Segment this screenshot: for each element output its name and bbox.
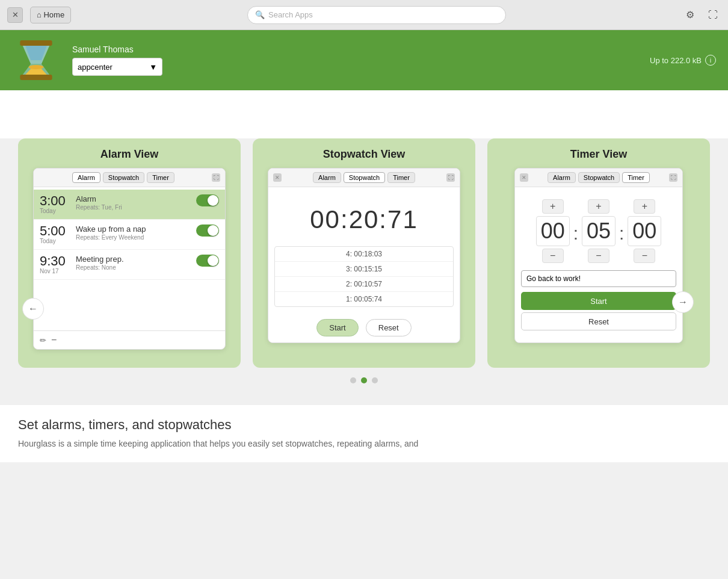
sw-tab-timer[interactable]: Timer: [387, 172, 415, 183]
close-button[interactable]: ✕: [7, 7, 23, 23]
alarm-info: Wake up from a nap Repeats: Every Weeken…: [76, 224, 190, 241]
timer-view-card: Timer View ✕ Alarm Stopwatch Timer ⛶: [487, 138, 710, 368]
svg-point-6: [29, 65, 44, 69]
timer-start-button[interactable]: Start: [521, 292, 676, 310]
dot-1[interactable]: [350, 377, 356, 383]
lap-item: 3: 00:15:15: [275, 262, 453, 277]
search-placeholder: Search Apps: [268, 10, 313, 19]
alarm-list: 3:00 Today Alarm Repeats: Tue, Fri: [34, 187, 225, 330]
alarm-repeat: Repeats: None: [76, 264, 190, 271]
alarm-time-block: 9:30 Nov 17: [40, 255, 70, 274]
lap-list: 4: 00:18:03 3: 00:15:15 2: 00:10:57 1: 0…: [274, 246, 454, 307]
stopwatch-reset-button[interactable]: Reset: [366, 319, 412, 336]
alarm-info: Alarm Repeats: Tue, Fri: [76, 194, 190, 211]
svg-rect-1: [20, 40, 52, 46]
seconds-minus-btn[interactable]: −: [634, 249, 655, 263]
alarm-tab-stopwatch[interactable]: Stopwatch: [103, 172, 144, 183]
gear-icon[interactable]: ⚙: [682, 7, 698, 23]
timer-reset-button[interactable]: Reset: [521, 312, 676, 330]
toggle-knob: [208, 195, 218, 206]
alarm-toggle[interactable]: [196, 224, 219, 237]
stopwatch-display: 00:20:71: [268, 187, 460, 246]
timer-label-input[interactable]: [521, 270, 676, 287]
alarm-name: Meeting prep.: [76, 255, 190, 264]
description-section: Set alarms, timers, and stopwatches Hour…: [0, 405, 728, 462]
minutes-minus-btn[interactable]: −: [588, 249, 609, 263]
pencil-icon[interactable]: ✏: [40, 336, 46, 345]
sw-tab-alarm[interactable]: Alarm: [313, 172, 341, 183]
alarm-tab-timer[interactable]: Timer: [147, 172, 174, 183]
expand-icon[interactable]: ⛶: [705, 7, 721, 23]
colon-2: :: [617, 223, 626, 244]
stopwatch-start-button[interactable]: Start: [316, 319, 358, 336]
stopwatch-view-card: Stopwatch View ✕ Alarm Stopwatch Timer ⛶: [253, 138, 475, 368]
stopwatch-close-btn[interactable]: ✕: [273, 173, 282, 182]
app-header: Samuel Thomas appcenter ▼ Up to 222.0 kB…: [0, 30, 728, 90]
alarm-tabs: Alarm Stopwatch Timer: [39, 172, 208, 183]
minutes-plus-btn[interactable]: +: [588, 199, 609, 214]
alarm-repeat: Repeats: Every Weekend: [76, 234, 190, 241]
dot-3[interactable]: [372, 377, 378, 383]
info-icon[interactable]: i: [705, 55, 716, 66]
toggle-knob: [208, 255, 218, 266]
stopwatch-tabs: Alarm Stopwatch Timer: [285, 172, 443, 183]
seconds-plus-btn[interactable]: +: [634, 199, 655, 214]
alarm-time-block: 5:00 Today: [40, 224, 70, 244]
alarm-tab-alarm[interactable]: Alarm: [72, 172, 100, 183]
screenshots-section: Alarm View Alarm Stopwatch Timer ⛶: [0, 138, 728, 405]
alarm-repeat: Repeats: Tue, Fri: [76, 204, 190, 211]
home-button[interactable]: ⌂ Home: [30, 7, 71, 23]
colon-1: :: [571, 223, 581, 244]
alarm-info: Meeting prep. Repeats: None: [76, 255, 190, 271]
tm-tab-alarm[interactable]: Alarm: [548, 172, 576, 183]
timer-mini-titlebar: ✕ Alarm Stopwatch Timer ⛶: [515, 169, 682, 187]
app-size-label: Up to 222.0 kB: [650, 56, 702, 65]
stopwatch-view-title: Stopwatch View: [323, 148, 406, 161]
alarm-time-block: 3:00 Today: [40, 194, 70, 214]
app-author: Samuel Thomas: [72, 45, 162, 54]
alarm-item: 5:00 Today Wake up from a nap Repeats: E…: [34, 220, 225, 250]
alarm-day: Nov 17: [40, 268, 70, 274]
timer-content: + 00 − : + 05 −: [515, 187, 682, 342]
alarm-footer: ✏ −: [34, 330, 225, 349]
nav-arrow-right[interactable]: →: [672, 291, 694, 313]
hourglass-icon: [15, 36, 57, 84]
nav-arrow-left[interactable]: ←: [22, 298, 44, 320]
tm-tab-timer[interactable]: Timer: [622, 172, 650, 183]
svg-rect-0: [20, 75, 52, 80]
timer-expand-btn[interactable]: ⛶: [669, 173, 677, 182]
minus-icon[interactable]: −: [51, 335, 57, 345]
white-strip: [0, 90, 728, 138]
hours-minus-btn[interactable]: −: [542, 249, 564, 263]
alarm-toggle[interactable]: [196, 194, 219, 206]
hours-plus-btn[interactable]: +: [542, 199, 564, 214]
timer-close-btn[interactable]: ✕: [520, 173, 528, 182]
minutes-value: 05: [582, 216, 615, 246]
alarm-view-card: Alarm View Alarm Stopwatch Timer ⛶: [18, 138, 241, 368]
description-title: Set alarms, timers, and stopwatches: [18, 417, 710, 433]
seconds-value: 00: [628, 216, 661, 246]
channel-dropdown[interactable]: appcenter ▼: [72, 58, 162, 76]
stopwatch-expand-btn[interactable]: ⛶: [446, 173, 455, 182]
timer-view-title: Timer View: [570, 148, 627, 161]
sw-tab-stopwatch[interactable]: Stopwatch: [344, 172, 385, 183]
alarm-expand-btn[interactable]: ⛶: [212, 173, 220, 182]
alarm-item: 3:00 Today Alarm Repeats: Tue, Fri: [34, 190, 225, 220]
alarm-time: 3:00: [40, 194, 70, 208]
screenshots-row: Alarm View Alarm Stopwatch Timer ⛶: [12, 138, 716, 368]
dropdown-chevron: ▼: [149, 63, 157, 72]
channel-label: appcenter: [78, 63, 113, 72]
timer-spinners: + 00 − : + 05 −: [521, 199, 676, 263]
search-icon: 🔍: [255, 10, 265, 19]
tm-tab-stopwatch[interactable]: Stopwatch: [578, 172, 620, 183]
dot-2[interactable]: [361, 377, 367, 383]
description-text: Hourglass is a simple time keeping appli…: [18, 438, 710, 450]
lap-item: 1: 00:05:74: [275, 292, 453, 306]
titlebar: ✕ ⌂ Home 🔍 Search Apps ⚙ ⛶: [0, 0, 728, 30]
alarm-item: 9:30 Nov 17 Meeting prep. Repeats: None: [34, 250, 225, 280]
search-bar[interactable]: 🔍 Search Apps: [247, 6, 506, 24]
alarm-toggle[interactable]: [196, 255, 219, 267]
app-header-right: Up to 222.0 kB i: [650, 55, 716, 66]
alarm-day: Today: [40, 238, 70, 244]
seconds-spinner: + 00 −: [626, 199, 662, 263]
